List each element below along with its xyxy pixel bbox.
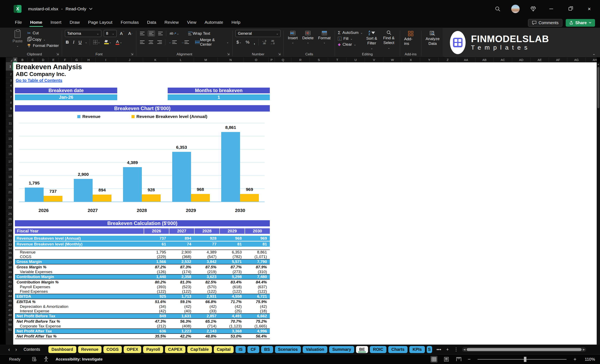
normal-view-button[interactable] <box>431 356 438 363</box>
increase-indent-button[interactable]: → <box>180 40 190 45</box>
menu-tab-formulas[interactable]: Formulas <box>117 18 143 27</box>
insert-cells-button[interactable]: Insert⌄ <box>287 31 299 45</box>
row-header-10[interactable]: 10 <box>6 112 13 119</box>
column-header-AH[interactable]: AH <box>586 57 597 62</box>
sheet-tab-valuation[interactable]: Valuation <box>303 346 327 353</box>
comments-button[interactable]: Comments <box>528 19 562 27</box>
borders-button[interactable]: ⌄ <box>93 40 101 45</box>
scroll-left-icon[interactable]: ◀ <box>463 348 465 351</box>
sheet-tab-charts[interactable]: Charts <box>388 346 408 353</box>
zoom-level[interactable]: 110% <box>582 357 595 362</box>
italic-button[interactable]: I <box>72 39 75 45</box>
row-header-23[interactable]: 23 <box>6 203 13 211</box>
horizontal-scroll-thumb[interactable] <box>467 348 581 351</box>
column-header-M[interactable]: M <box>194 57 218 62</box>
column-header-Z[interactable]: Z <box>439 57 457 62</box>
column-header-AC[interactable]: AC <box>494 57 512 62</box>
bold-button[interactable]: B <box>65 39 70 45</box>
orientation-button[interactable]: ab↗⌄ <box>169 31 180 36</box>
restore-button[interactable] <box>566 5 575 13</box>
sheet-tab-kpis[interactable]: KPIs <box>409 346 425 353</box>
currency-format-button[interactable]: $⌄ <box>235 39 242 45</box>
decrease-decimal-button[interactable]: .00→.0 <box>270 39 275 45</box>
column-header-N[interactable]: N <box>218 57 244 62</box>
paste-button[interactable]: Paste ⌄ <box>10 29 25 47</box>
column-header-J[interactable]: J <box>116 57 143 62</box>
column-header-D[interactable]: D <box>38 57 48 62</box>
column-header-AB[interactable]: AB <box>475 57 494 62</box>
more-sheets-icon[interactable]: ••• <box>436 347 441 352</box>
format-cells-button[interactable]: Format⌄ <box>317 31 332 45</box>
column-header-W[interactable]: W <box>383 57 402 62</box>
row-header-8[interactable]: 8 <box>6 100 13 105</box>
align-right-button[interactable] <box>157 40 163 44</box>
row-header-38[interactable]: 38 <box>6 265 13 270</box>
alignment-dialog-launcher[interactable]: ⇲ <box>227 52 230 56</box>
zoom-slider[interactable] <box>478 359 566 360</box>
column-header-AF[interactable]: AF <box>549 57 567 62</box>
menu-tab-review[interactable]: Review <box>160 18 183 27</box>
page-break-view-button[interactable] <box>455 356 462 363</box>
column-header-AD[interactable]: AD <box>512 57 531 62</box>
horizontal-scrollbar[interactable]: ◀ ▶ <box>462 347 586 352</box>
clear-button[interactable]: ◆Clear⌄ <box>338 42 363 47</box>
font-dialog-launcher[interactable]: ⇲ <box>131 52 133 56</box>
wrap-text-button[interactable]: Wrap Text <box>187 31 211 36</box>
row-header-22[interactable]: 22 <box>6 196 13 203</box>
document-title[interactable]: mustard-oil.xlsx - Read-Only <box>28 6 93 11</box>
menu-tab-automate[interactable]: Automate <box>201 18 227 27</box>
sheet-tab-dashboard[interactable]: Dashboard <box>48 346 76 353</box>
row-header-4[interactable]: 4 <box>6 83 13 88</box>
row-header-35[interactable]: 35 <box>6 251 13 255</box>
cut-button[interactable]: ✂Cut <box>27 31 59 36</box>
select-all-corner[interactable] <box>6 57 13 62</box>
row-header-18[interactable]: 18 <box>6 165 13 173</box>
zoom-in-button[interactable]: + <box>573 356 576 362</box>
row-header-3[interactable]: 3 <box>6 77 13 83</box>
zoom-out-button[interactable]: − <box>468 356 470 362</box>
collapse-ribbon-icon[interactable]: ⌄ <box>592 51 595 56</box>
column-header-R[interactable]: R <box>291 57 310 62</box>
row-header-46[interactable]: 46 <box>6 303 13 308</box>
sheet-tab-opex[interactable]: OPEX <box>124 346 141 353</box>
percent-format-button[interactable]: % <box>245 39 250 45</box>
row-header-26[interactable]: 26 <box>6 217 13 221</box>
font-size-select[interactable]: 8⌄ <box>104 30 117 37</box>
row-header-47[interactable]: 47 <box>6 308 13 313</box>
row-header-49[interactable]: 49 <box>6 318 13 322</box>
row-header-41[interactable]: 41 <box>6 280 13 284</box>
sheet-tab-roic[interactable]: ROIC <box>370 346 386 353</box>
sheet-tab-capital[interactable]: Capital <box>214 346 234 353</box>
column-header-X[interactable]: X <box>402 57 420 62</box>
column-header-V[interactable]: V <box>365 57 383 62</box>
row-header-40[interactable]: 40 <box>6 274 13 280</box>
macro-record-icon[interactable] <box>32 357 37 362</box>
row-header-51[interactable]: 51 <box>6 327 13 332</box>
page-layout-view-button[interactable] <box>443 356 450 363</box>
sheet-tab-capex[interactable]: CAPEX <box>165 346 186 353</box>
column-header-G[interactable]: G <box>72 57 82 62</box>
column-header-Y[interactable]: Y <box>420 57 439 62</box>
analyze-data-button[interactable]: AnalyzeData <box>424 31 441 46</box>
row-header-36[interactable]: 36 <box>6 255 13 260</box>
column-header-AE[interactable]: AE <box>531 57 549 62</box>
row-header-13[interactable]: 13 <box>6 135 13 142</box>
minimize-button[interactable] <box>547 5 556 13</box>
menu-tab-data[interactable]: Data <box>143 18 160 27</box>
row-header-9[interactable]: 9 <box>6 105 13 112</box>
row-header-1[interactable]: 1 <box>6 62 13 71</box>
scroll-up-icon[interactable]: ▲ <box>597 63 600 65</box>
tab-nav-forward-icon[interactable]: › <box>15 347 17 352</box>
column-header-O[interactable]: O <box>244 57 269 62</box>
row-header-50[interactable]: 50 <box>6 322 13 327</box>
align-middle-button[interactable] <box>148 31 155 36</box>
menu-tab-view[interactable]: View <box>183 18 200 27</box>
row-header-11[interactable]: 11 <box>6 119 13 127</box>
row-header-48[interactable]: 48 <box>6 313 13 318</box>
column-header-K[interactable]: K <box>143 57 168 62</box>
search-icon[interactable] <box>494 5 501 12</box>
format-painter-button[interactable]: Format Painter <box>27 43 59 48</box>
underline-button[interactable]: U <box>78 39 83 45</box>
tab-options-icon[interactable]: ⋮ <box>454 347 458 352</box>
column-header-AA[interactable]: AA <box>457 57 475 62</box>
